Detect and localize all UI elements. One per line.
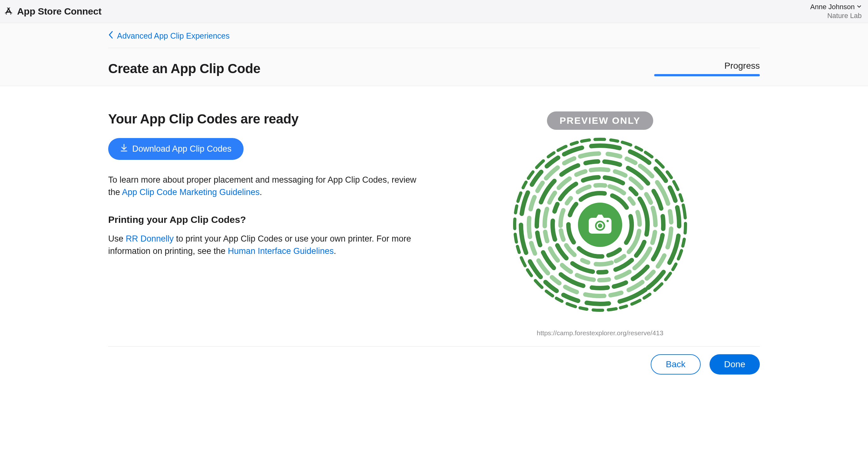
topbar-right: Anne Johnson Nature Lab (810, 3, 862, 20)
learn-after: . (260, 187, 262, 197)
print-before: Use (108, 234, 126, 243)
title-row: Create an App Clip Code Progress (108, 48, 760, 76)
learn-paragraph: To learn more about proper placement and… (108, 174, 421, 199)
user-name: Anne Johnson (810, 3, 855, 11)
page-title: Create an App Clip Code (108, 61, 260, 76)
svg-point-2 (595, 221, 605, 231)
download-icon (120, 144, 128, 154)
print-after: . (334, 246, 336, 256)
print-paragraph: Use RR Donnelly to print your App Clip C… (108, 233, 421, 257)
progress-label: Progress (724, 61, 760, 71)
rr-donnelly-link[interactable]: RR Donnelly (126, 234, 174, 243)
back-button[interactable]: Back (651, 354, 701, 375)
subheader: Advanced App Clip Experiences Create an … (0, 23, 868, 86)
progress: Progress (654, 61, 760, 76)
print-heading: Printing your App Clip Codes? (108, 214, 421, 225)
download-button[interactable]: Download App Clip Codes (108, 138, 244, 160)
footer: Back Done (108, 346, 760, 387)
topbar: App Store Connect Anne Johnson Nature La… (0, 0, 868, 23)
breadcrumb-link[interactable]: Advanced App Clip Experiences (117, 31, 230, 40)
breadcrumb: Advanced App Clip Experiences (108, 23, 760, 48)
user-menu[interactable]: Anne Johnson (810, 3, 862, 11)
progress-bar (654, 74, 760, 76)
app-title: App Store Connect (17, 6, 101, 17)
appstore-icon (4, 7, 13, 16)
left-column: Your App Clip Codes are ready Download A… (108, 111, 421, 337)
guidelines-link[interactable]: App Clip Code Marketing Guidelines (122, 187, 260, 197)
chevron-down-icon (857, 4, 862, 10)
hig-link[interactable]: Human Interface Guidelines (228, 246, 334, 256)
preview-url: https://camp.forestexplorer.org/reserve/… (537, 329, 663, 337)
right-column: PREVIEW ONLY .d { stroke: #3d8b3d; } .l … (440, 111, 760, 337)
content: Your App Clip Codes are ready Download A… (108, 86, 760, 337)
done-button[interactable]: Done (710, 354, 760, 375)
org-name: Nature Lab (827, 12, 862, 20)
chevron-left-icon (108, 31, 114, 41)
preview-badge: PREVIEW ONLY (547, 111, 653, 130)
section-heading: Your App Clip Codes are ready (108, 111, 421, 127)
app-clip-code: .d { stroke: #3d8b3d; } .l { stroke: #9c… (512, 136, 689, 313)
download-label: Download App Clip Codes (132, 144, 231, 154)
svg-point-4 (607, 220, 609, 222)
topbar-left: App Store Connect (4, 6, 101, 17)
